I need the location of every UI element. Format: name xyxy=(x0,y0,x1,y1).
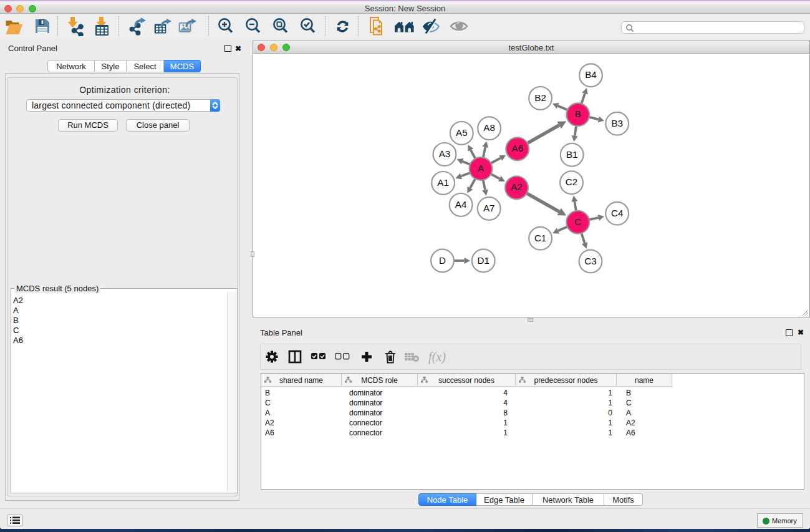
svg-text:B4: B4 xyxy=(585,69,597,80)
svg-text:B2: B2 xyxy=(534,92,546,103)
svg-text:B1: B1 xyxy=(566,149,578,160)
svg-text:D: D xyxy=(439,255,446,266)
svg-text:A1: A1 xyxy=(437,177,449,188)
svg-text:A7: A7 xyxy=(483,203,495,213)
svg-text:D1: D1 xyxy=(477,255,489,266)
svg-text:C1: C1 xyxy=(534,233,546,243)
svg-text:A2: A2 xyxy=(511,181,523,192)
svg-text:A8: A8 xyxy=(483,122,495,133)
svg-text:A3: A3 xyxy=(439,148,451,159)
svg-text:C2: C2 xyxy=(566,177,577,187)
svg-text:A6: A6 xyxy=(512,143,524,153)
svg-text:A: A xyxy=(478,163,485,173)
svg-text:A4: A4 xyxy=(455,199,467,210)
svg-text:C3: C3 xyxy=(584,256,596,266)
svg-text:C: C xyxy=(574,216,581,227)
svg-text:C4: C4 xyxy=(611,208,623,218)
svg-text:B: B xyxy=(575,109,581,119)
svg-text:A5: A5 xyxy=(456,127,468,138)
svg-text:B3: B3 xyxy=(611,118,623,128)
